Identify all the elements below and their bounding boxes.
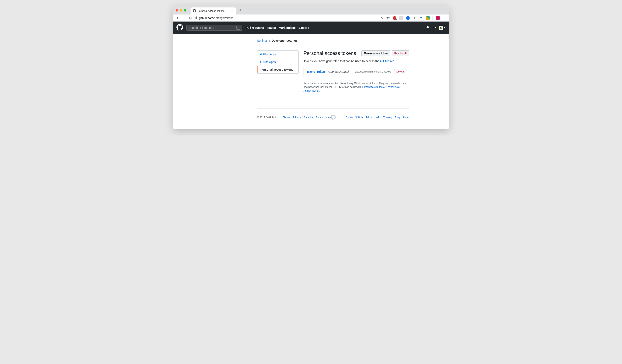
- new-tab-button[interactable]: +: [239, 8, 242, 13]
- breadcrumb-separator: /: [268, 39, 271, 42]
- extension-3[interactable]: [406, 16, 410, 20]
- extension-2[interactable]: [399, 16, 403, 20]
- page-title: Personal access tokens: [304, 50, 361, 56]
- revoke-all-button[interactable]: Revoke all: [392, 50, 409, 56]
- github-favicon: [193, 9, 196, 13]
- secure-lock-icon[interactable]: [195, 16, 198, 20]
- settings-sidebar: GitHub Apps OAuth Apps Personal access t…: [257, 50, 299, 93]
- nav-marketplace[interactable]: Marketplace: [279, 26, 296, 29]
- extension-4[interactable]: ▼: [413, 16, 416, 20]
- github-footer-logo-icon[interactable]: [331, 115, 336, 120]
- copyright: © 2019 GitHub, Inc.: [257, 116, 279, 119]
- nav-issues[interactable]: Issues: [267, 26, 276, 29]
- footer: © 2019 GitHub, Inc. Terms Privacy Securi…: [257, 108, 409, 129]
- user-menu[interactable]: ▼: [439, 26, 446, 30]
- translate-icon[interactable]: [380, 16, 384, 20]
- sidebar-item-personal-access-tokens[interactable]: Personal access tokens: [257, 66, 298, 73]
- extension-6[interactable]: [426, 16, 429, 20]
- nav-pull-requests[interactable]: Pull requests: [246, 26, 264, 29]
- notifications-icon[interactable]: [426, 26, 429, 30]
- svg-point-3: [442, 27, 442, 28]
- browser-address-bar: github.com/settings/tokens ▼ Y ⋮: [173, 15, 449, 21]
- star-icon[interactable]: [387, 16, 390, 20]
- github-logo-icon[interactable]: [176, 24, 183, 32]
- browser-tab-bar: Personal Access Tokens ✕ +: [173, 6, 449, 15]
- footer-status[interactable]: Status: [316, 116, 323, 119]
- footer-training[interactable]: Training: [383, 116, 392, 119]
- url-domain: github.com: [199, 16, 213, 20]
- token-last-used: Last used within the last 2 weeks: [355, 70, 391, 73]
- search-input[interactable]: [189, 26, 236, 29]
- breadcrumb-settings[interactable]: Settings: [257, 39, 268, 42]
- footer-privacy[interactable]: Privacy: [293, 116, 301, 119]
- footer-pricing[interactable]: Pricing: [366, 116, 373, 119]
- back-button[interactable]: [175, 16, 179, 20]
- browser-menu-icon[interactable]: ⋮: [443, 16, 447, 20]
- help-text-part2: .: [319, 89, 320, 92]
- window-controls: [175, 9, 186, 12]
- breadcrumb-current: Developer settings: [272, 39, 297, 42]
- window-minimize[interactable]: [180, 9, 182, 12]
- search-slash-hint: /: [236, 26, 240, 30]
- create-new-dropdown[interactable]: +▼: [432, 26, 436, 29]
- token-dash: —: [325, 70, 328, 73]
- footer-security[interactable]: Security: [304, 116, 313, 119]
- github-search[interactable]: /: [186, 25, 242, 31]
- footer-api[interactable]: API: [376, 116, 380, 119]
- forward-button[interactable]: [182, 16, 186, 20]
- url-path: /settings/tokens: [213, 16, 233, 20]
- intro-text: Tokens you have generated that can be us…: [304, 59, 409, 63]
- intro-period: .: [395, 59, 395, 63]
- main-content: Personal access tokens Generate new toke…: [304, 50, 409, 93]
- browser-tab[interactable]: Personal Access Tokens ✕: [191, 7, 236, 15]
- tab-title: Personal Access Tokens: [198, 10, 230, 12]
- github-nav: Pull requests Issues Marketplace Explore: [246, 26, 309, 29]
- user-avatar: [439, 26, 443, 30]
- svg-point-2: [440, 27, 441, 28]
- footer-about[interactable]: About: [403, 116, 409, 119]
- svg-rect-1: [439, 26, 443, 30]
- intro-text-part: Tokens you have generated that can be us…: [304, 59, 380, 63]
- delete-token-button[interactable]: Delete: [394, 69, 406, 74]
- separator: [432, 16, 433, 20]
- breadcrumb: Settings / Developer settings: [209, 34, 413, 42]
- profile-avatar[interactable]: [436, 16, 440, 20]
- reload-button[interactable]: [189, 16, 192, 20]
- extension-icons: ▼ Y ⋮: [380, 16, 447, 20]
- token-name-link[interactable]: Travis_Token: [307, 70, 325, 73]
- token-row: Travis_Token — repo, user:email Last use…: [304, 66, 409, 77]
- extension-1[interactable]: [393, 16, 396, 20]
- tab-close-icon[interactable]: ✕: [231, 9, 234, 13]
- nav-explore[interactable]: Explore: [298, 26, 309, 29]
- help-text: Personal access tokens function like ord…: [304, 81, 409, 93]
- token-scopes: repo, user:email: [328, 70, 349, 73]
- footer-blog[interactable]: Blog: [395, 116, 400, 119]
- generate-new-token-button[interactable]: Generate new token: [361, 50, 390, 56]
- sidebar-item-github-apps[interactable]: GitHub Apps: [257, 51, 298, 58]
- window-maximize[interactable]: [184, 9, 186, 12]
- github-header: / Pull requests Issues Marketplace Explo…: [173, 21, 449, 34]
- sidebar-item-oauth-apps[interactable]: OAuth Apps: [257, 58, 298, 66]
- svg-marker-0: [387, 17, 389, 19]
- extension-5[interactable]: Y: [419, 16, 423, 20]
- url-field[interactable]: github.com/settings/tokens: [199, 16, 380, 20]
- window-close[interactable]: [175, 9, 178, 12]
- github-api-link[interactable]: GitHub API: [380, 59, 395, 63]
- footer-contact[interactable]: Contact GitHub: [346, 116, 363, 119]
- footer-help[interactable]: Help: [326, 116, 331, 119]
- footer-terms[interactable]: Terms: [283, 116, 290, 119]
